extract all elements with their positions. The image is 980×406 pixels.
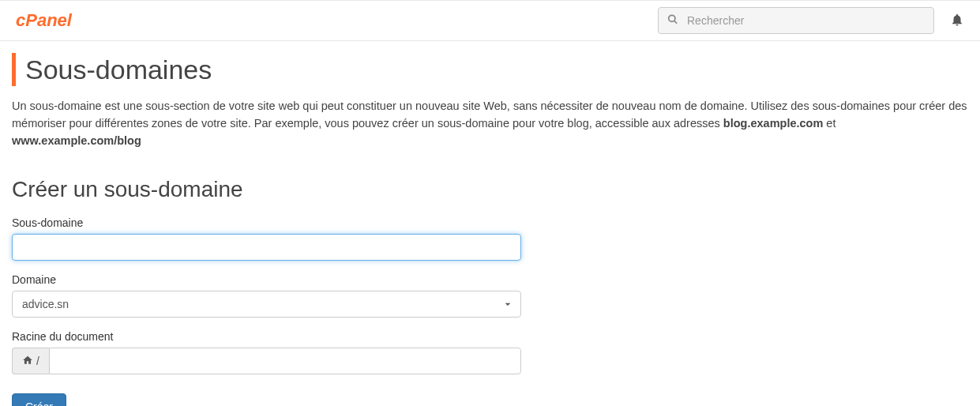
create-subdomain-heading: Créer un sous-domaine <box>12 177 968 202</box>
subdomain-field-group: Sous-domaine <box>12 216 968 261</box>
page-title: Sous-domaines <box>25 55 212 85</box>
description-text-middle: et <box>823 117 835 130</box>
title-accent-bar <box>12 53 16 86</box>
svg-line-2 <box>674 21 677 24</box>
subdomain-input[interactable] <box>12 234 521 261</box>
svg-point-1 <box>669 15 675 21</box>
home-icon <box>22 355 33 368</box>
page-description: Un sous-domaine est une sous-section de … <box>12 98 968 149</box>
search-icon <box>667 14 678 28</box>
docroot-label: Racine du document <box>12 330 968 343</box>
domain-label: Domaine <box>12 273 968 286</box>
top-navigation-bar: cPanel <box>0 0 980 41</box>
create-button[interactable]: Créer <box>12 393 66 406</box>
example-domain-1: blog.example.com <box>723 117 824 130</box>
search-input[interactable] <box>658 7 934 34</box>
docroot-field-group: Racine du document / <box>12 330 968 374</box>
svg-text:cPanel: cPanel <box>16 10 73 30</box>
example-domain-2: www.example.com/blog <box>12 134 141 147</box>
main-content: Sous-domaines Un sous-domaine est une so… <box>0 41 980 406</box>
docroot-input-group: / <box>12 348 521 374</box>
docroot-input[interactable] <box>49 348 521 374</box>
search-container <box>658 7 934 34</box>
page-title-container: Sous-domaines <box>12 53 968 86</box>
docroot-prefix-addon: / <box>12 348 49 374</box>
docroot-slash: / <box>36 355 39 367</box>
subdomain-label: Sous-domaine <box>12 216 968 229</box>
cpanel-logo[interactable]: cPanel <box>16 10 103 31</box>
domain-select[interactable]: advice.sn <box>12 291 521 318</box>
domain-field-group: Domaine advice.sn <box>12 273 968 318</box>
notifications-bell-icon[interactable] <box>950 13 964 29</box>
